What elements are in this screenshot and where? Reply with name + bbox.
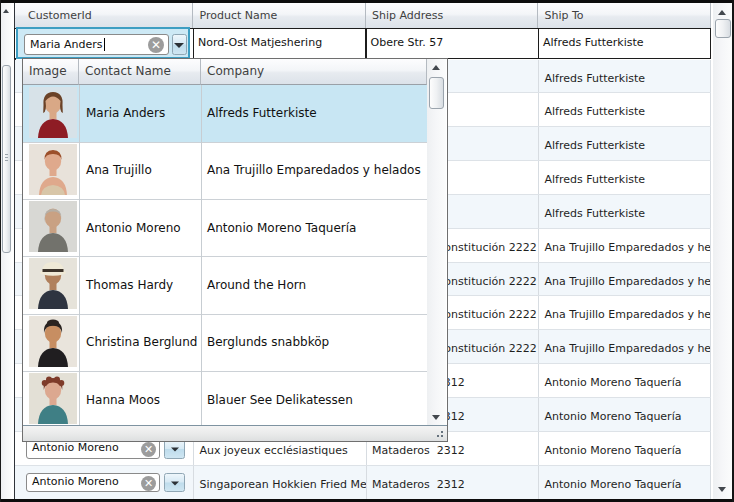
resize-grip-icon	[437, 435, 439, 437]
scroll-up-icon[interactable]	[718, 10, 726, 15]
popup-column-line	[201, 85, 202, 425]
grid-line	[710, 296, 711, 330]
scroll-up-icon[interactable]	[3, 9, 9, 13]
resize-grip-icon	[441, 435, 443, 437]
window-border-left	[0, 0, 1, 502]
right-scrollbar-thumb[interactable]	[715, 19, 732, 38]
popup-column-header-company[interactable]: Company	[201, 59, 427, 85]
cell-ship-to[interactable]: Antonio Moreno Taquería	[538, 398, 711, 432]
grid-line	[538, 364, 539, 398]
cell-ship-to[interactable]: Alfreds Futterkiste	[539, 29, 709, 58]
scroll-down-icon[interactable]	[718, 487, 726, 492]
thumb-grip-icon	[5, 160, 8, 161]
scroll-down-icon[interactable]	[432, 415, 440, 420]
cell-product-name[interactable]: Singaporean Hokkien Fried Mee	[193, 466, 366, 500]
popup-cell-company[interactable]: Alfreds Futterkiste	[202, 85, 427, 142]
popup-cell-company[interactable]: Berglunds snabbköp	[202, 314, 427, 371]
clear-icon[interactable]: ✕	[141, 476, 156, 491]
popup-row-christina-berglund[interactable]: Christina BerglundBerglunds snabbköp	[23, 314, 427, 371]
cell-ship-to[interactable]: Antonio Moreno Taquería	[538, 432, 711, 466]
thumb-grip-icon	[5, 154, 8, 155]
popup-resize-bar[interactable]	[23, 425, 447, 442]
grid-current-row[interactable]: Nord-Ost Matjeshering Obere Str. 57 Alfr…	[14, 28, 711, 59]
popup-column-header-image[interactable]: Image	[23, 59, 79, 85]
cell-ship-to[interactable]: Antonio Moreno Taquería	[538, 364, 711, 398]
popup-column-header-contact-name[interactable]: Contact Name	[79, 59, 201, 85]
cell-ship-to[interactable]: Alfreds Futterkiste	[538, 195, 711, 229]
popup-row-ana-trujillo[interactable]: Ana TrujilloAna Trujillo Emparedados y h…	[23, 142, 427, 199]
app-window: CustomerIdProduct NameShip AddressShip T…	[0, 0, 734, 502]
cell-product-name[interactable]: Nord-Ost Matjeshering	[194, 29, 365, 58]
popup-row-hanna-moos[interactable]: Hanna MoosBlauer See Delikatessen	[23, 371, 427, 428]
contact-photo	[29, 258, 77, 307]
thumb-grip-icon	[5, 157, 8, 158]
cell-text: Ana Trujillo Emparedados y helados	[538, 263, 711, 297]
popup-cell-contact-name[interactable]: Ana Trujillo	[80, 142, 202, 199]
column-header-label: Ship Address	[366, 9, 444, 22]
scroll-up-icon[interactable]	[432, 65, 440, 70]
popup-row-maria-anders[interactable]: Maria AndersAlfreds Futterkiste	[23, 85, 427, 142]
popup-cell-company[interactable]: Antonio Moreno Taquería	[202, 199, 427, 256]
chevron-down-icon	[171, 481, 179, 485]
cell-customer-id[interactable]: Antonio Moreno✕	[15, 466, 193, 500]
grid-line	[710, 364, 711, 398]
popup-cell-contact-name[interactable]: Christina Berglund	[80, 314, 202, 371]
cell-ship-to[interactable]: Ana Trujillo Emparedados y helados	[538, 229, 711, 263]
popup-cell-company[interactable]: Blauer See Delikatessen	[202, 371, 427, 428]
popup-cell-contact-name[interactable]: Antonio Moreno	[80, 199, 202, 256]
popup-cell-contact-name[interactable]: Maria Anders	[80, 85, 202, 142]
popup-row-thomas-hardy[interactable]: Thomas HardyAround the Horn	[23, 256, 427, 313]
popup-header-label: Company	[201, 64, 264, 78]
grid-line	[538, 432, 539, 466]
grid-line	[710, 229, 711, 263]
cell-text: Alfreds Futterkiste	[538, 161, 711, 195]
popup-cell-company[interactable]: Around the Horn	[202, 256, 427, 313]
clear-icon[interactable]: ✕	[141, 442, 156, 457]
popup-cell-contact-name[interactable]: Thomas Hardy	[80, 256, 202, 313]
cell-ship-to[interactable]: Alfreds Futterkiste	[538, 161, 711, 195]
text-caret	[104, 38, 105, 51]
popup-scrollbar[interactable]	[427, 59, 446, 426]
right-scrollbar[interactable]	[713, 3, 732, 499]
cell-ship-to[interactable]: Ana Trujillo Emparedados y helados	[538, 296, 711, 330]
contact-photo	[29, 316, 77, 365]
table-row[interactable]: Antonio Moreno✕Singaporean Hokkien Fried…	[15, 466, 711, 500]
grid-line	[710, 398, 711, 432]
popup-scrollbar-thumb[interactable]	[429, 77, 445, 109]
cell-text: Alfreds Futterkiste	[538, 60, 711, 94]
dropdown-toggle-button[interactable]	[164, 473, 185, 493]
editor-textbox[interactable]: Maria Anders ✕	[24, 34, 169, 55]
grid-line	[710, 93, 711, 127]
cell-ship-to[interactable]: Ana Trujillo Emparedados y helados	[538, 263, 711, 297]
popup-cell-contact-name[interactable]: Hanna Moos	[80, 371, 202, 428]
cell-ship-to[interactable]: Alfreds Futterkiste	[538, 60, 711, 94]
cell-ship-address[interactable]: Obere Str. 57	[367, 29, 538, 58]
cell-ship-to[interactable]: Alfreds Futterkiste	[538, 127, 711, 161]
cell-text: Mataderos 2312	[366, 466, 539, 500]
column-header-label: Ship To	[538, 9, 584, 22]
popup-column-line	[79, 85, 80, 425]
left-scrollbar[interactable]	[1, 3, 11, 500]
column-header-product-name[interactable]: Product Name	[193, 3, 366, 29]
grid-line	[710, 330, 711, 364]
grid-line	[538, 330, 539, 364]
popup-header-label: Image	[23, 64, 67, 78]
cell-ship-to[interactable]: Alfreds Futterkiste	[538, 93, 711, 127]
cell-ship-to[interactable]: Antonio Moreno Taquería	[538, 466, 711, 500]
left-scrollbar-thumb[interactable]	[2, 65, 11, 253]
column-header-customerid[interactable]: CustomerId	[15, 3, 193, 29]
popup-row-antonio-moreno[interactable]: Antonio MorenoAntonio Moreno Taquería	[23, 199, 427, 256]
window-border-top	[0, 0, 734, 3]
customer-id-edit-cell[interactable]: Maria Anders ✕	[16, 27, 190, 59]
dropdown-toggle-button[interactable]	[172, 34, 188, 55]
editor-text: Maria Anders	[30, 38, 103, 51]
grid-line	[538, 296, 539, 330]
popup-cell-company[interactable]: Ana Trujillo Emparedados y helados	[202, 142, 427, 199]
cell-ship-to[interactable]: Ana Trujillo Emparedados y helados	[538, 330, 711, 364]
column-header-ship-address[interactable]: Ship Address	[366, 3, 539, 29]
clear-icon[interactable]: ✕	[148, 37, 164, 53]
cell-text: Ana Trujillo Emparedados y helados	[538, 296, 711, 330]
customer-combobox[interactable]: Antonio Moreno✕	[26, 473, 160, 493]
column-header-ship-to[interactable]: Ship To	[538, 3, 711, 29]
cell-ship-address[interactable]: Mataderos 2312	[366, 466, 539, 500]
